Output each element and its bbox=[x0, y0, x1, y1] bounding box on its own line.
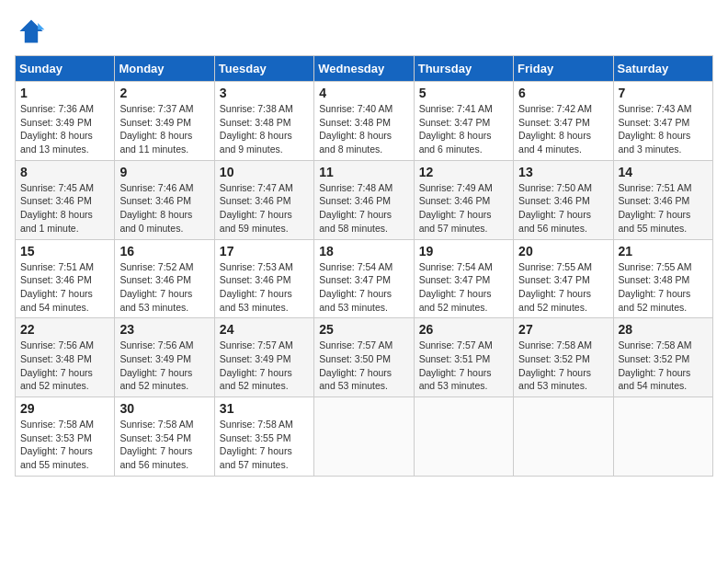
day-detail: Sunrise: 7:58 AMSunset: 3:54 PMDaylight:… bbox=[119, 418, 209, 472]
day-detail: Sunrise: 7:47 AMSunset: 3:46 PMDaylight:… bbox=[220, 181, 309, 236]
calendar-cell: 23Sunrise: 7:56 AMSunset: 3:49 PMDayligh… bbox=[115, 318, 214, 397]
day-detail: Sunrise: 7:58 AMSunset: 3:52 PMDaylight:… bbox=[619, 339, 708, 393]
day-number: 18 bbox=[319, 244, 408, 259]
day-number: 25 bbox=[319, 322, 408, 337]
day-number: 29 bbox=[20, 401, 109, 416]
calendar-week-row: 22Sunrise: 7:56 AMSunset: 3:48 PMDayligh… bbox=[16, 318, 713, 397]
day-detail: Sunrise: 7:58 AMSunset: 3:52 PMDaylight:… bbox=[518, 339, 608, 393]
calendar-cell: 27Sunrise: 7:58 AMSunset: 3:52 PMDayligh… bbox=[514, 318, 613, 397]
day-number: 21 bbox=[619, 244, 708, 259]
calendar-cell: 25Sunrise: 7:57 AMSunset: 3:50 PMDayligh… bbox=[314, 318, 414, 397]
day-number: 17 bbox=[220, 244, 309, 259]
day-detail: Sunrise: 7:54 AMSunset: 3:47 PMDaylight:… bbox=[319, 260, 408, 315]
calendar-cell: 13Sunrise: 7:50 AMSunset: 3:46 PMDayligh… bbox=[514, 160, 613, 239]
day-detail: Sunrise: 7:57 AMSunset: 3:51 PMDaylight:… bbox=[419, 339, 508, 393]
day-detail: Sunrise: 7:41 AMSunset: 3:47 PMDaylight:… bbox=[419, 102, 508, 156]
day-detail: Sunrise: 7:52 AMSunset: 3:46 PMDaylight:… bbox=[119, 260, 209, 315]
day-number: 23 bbox=[119, 322, 209, 337]
day-detail: Sunrise: 7:42 AMSunset: 3:47 PMDaylight:… bbox=[518, 102, 608, 156]
day-number: 27 bbox=[518, 322, 608, 337]
logo bbox=[15, 15, 51, 48]
day-number: 26 bbox=[419, 322, 508, 337]
calendar-cell: 31Sunrise: 7:58 AMSunset: 3:55 PMDayligh… bbox=[214, 397, 313, 477]
day-number: 7 bbox=[619, 86, 708, 100]
day-detail: Sunrise: 7:38 AMSunset: 3:48 PMDaylight:… bbox=[220, 102, 309, 156]
calendar-header-thursday: Thursday bbox=[414, 56, 513, 82]
calendar-cell: 11Sunrise: 7:48 AMSunset: 3:46 PMDayligh… bbox=[314, 160, 414, 239]
calendar-cell: 19Sunrise: 7:54 AMSunset: 3:47 PMDayligh… bbox=[414, 239, 513, 318]
calendar-cell: 12Sunrise: 7:49 AMSunset: 3:46 PMDayligh… bbox=[414, 160, 513, 239]
calendar-week-row: 29Sunrise: 7:58 AMSunset: 3:53 PMDayligh… bbox=[16, 397, 713, 477]
day-number: 11 bbox=[319, 165, 408, 179]
day-number: 12 bbox=[419, 165, 508, 179]
day-detail: Sunrise: 7:50 AMSunset: 3:46 PMDaylight:… bbox=[518, 181, 608, 236]
calendar-cell: 18Sunrise: 7:54 AMSunset: 3:47 PMDayligh… bbox=[314, 239, 414, 318]
calendar-header-tuesday: Tuesday bbox=[214, 56, 313, 82]
day-number: 4 bbox=[319, 86, 408, 100]
calendar-cell: 3Sunrise: 7:38 AMSunset: 3:48 PMDaylight… bbox=[214, 82, 313, 161]
day-detail: Sunrise: 7:51 AMSunset: 3:46 PMDaylight:… bbox=[20, 260, 109, 315]
day-detail: Sunrise: 7:43 AMSunset: 3:47 PMDaylight:… bbox=[619, 102, 708, 156]
calendar-cell bbox=[314, 397, 414, 477]
day-number: 24 bbox=[220, 322, 309, 337]
day-detail: Sunrise: 7:49 AMSunset: 3:46 PMDaylight:… bbox=[419, 181, 508, 236]
day-detail: Sunrise: 7:54 AMSunset: 3:47 PMDaylight:… bbox=[419, 260, 508, 315]
day-number: 31 bbox=[220, 401, 309, 416]
calendar-cell: 30Sunrise: 7:58 AMSunset: 3:54 PMDayligh… bbox=[115, 397, 214, 477]
calendar-cell: 1Sunrise: 7:36 AMSunset: 3:49 PMDaylight… bbox=[16, 82, 115, 161]
day-detail: Sunrise: 7:46 AMSunset: 3:46 PMDaylight:… bbox=[119, 181, 209, 236]
calendar-cell: 4Sunrise: 7:40 AMSunset: 3:48 PMDaylight… bbox=[314, 82, 414, 161]
day-number: 1 bbox=[20, 86, 109, 100]
calendar-cell: 22Sunrise: 7:56 AMSunset: 3:48 PMDayligh… bbox=[16, 318, 115, 397]
calendar-cell: 2Sunrise: 7:37 AMSunset: 3:49 PMDaylight… bbox=[115, 82, 214, 161]
calendar-week-row: 8Sunrise: 7:45 AMSunset: 3:46 PMDaylight… bbox=[16, 160, 713, 239]
logo-icon bbox=[15, 15, 48, 48]
calendar-cell: 9Sunrise: 7:46 AMSunset: 3:46 PMDaylight… bbox=[115, 160, 214, 239]
day-detail: Sunrise: 7:40 AMSunset: 3:48 PMDaylight:… bbox=[319, 102, 408, 156]
day-number: 5 bbox=[419, 86, 508, 100]
day-number: 8 bbox=[20, 165, 109, 179]
calendar-cell: 28Sunrise: 7:58 AMSunset: 3:52 PMDayligh… bbox=[613, 318, 712, 397]
day-number: 16 bbox=[119, 244, 209, 259]
day-detail: Sunrise: 7:58 AMSunset: 3:53 PMDaylight:… bbox=[20, 418, 109, 472]
calendar-cell: 14Sunrise: 7:51 AMSunset: 3:46 PMDayligh… bbox=[613, 160, 712, 239]
day-detail: Sunrise: 7:53 AMSunset: 3:46 PMDaylight:… bbox=[220, 260, 309, 315]
calendar-header-saturday: Saturday bbox=[613, 56, 712, 82]
calendar-cell: 17Sunrise: 7:53 AMSunset: 3:46 PMDayligh… bbox=[214, 239, 313, 318]
day-number: 9 bbox=[119, 165, 209, 179]
calendar-header-monday: Monday bbox=[115, 56, 214, 82]
day-detail: Sunrise: 7:51 AMSunset: 3:46 PMDaylight:… bbox=[619, 181, 708, 236]
calendar-cell: 7Sunrise: 7:43 AMSunset: 3:47 PMDaylight… bbox=[613, 82, 712, 161]
day-number: 22 bbox=[20, 322, 109, 337]
calendar-header-row: SundayMondayTuesdayWednesdayThursdayFrid… bbox=[16, 56, 713, 82]
day-number: 30 bbox=[119, 401, 209, 416]
calendar-cell: 20Sunrise: 7:55 AMSunset: 3:47 PMDayligh… bbox=[514, 239, 613, 318]
calendar-cell: 10Sunrise: 7:47 AMSunset: 3:46 PMDayligh… bbox=[214, 160, 313, 239]
calendar-cell: 29Sunrise: 7:58 AMSunset: 3:53 PMDayligh… bbox=[16, 397, 115, 477]
day-number: 3 bbox=[220, 86, 309, 100]
calendar-cell bbox=[613, 397, 712, 477]
calendar-cell: 6Sunrise: 7:42 AMSunset: 3:47 PMDaylight… bbox=[514, 82, 613, 161]
day-detail: Sunrise: 7:56 AMSunset: 3:48 PMDaylight:… bbox=[20, 339, 109, 393]
calendar-cell: 21Sunrise: 7:55 AMSunset: 3:48 PMDayligh… bbox=[613, 239, 712, 318]
day-detail: Sunrise: 7:37 AMSunset: 3:49 PMDaylight:… bbox=[119, 102, 209, 156]
day-detail: Sunrise: 7:57 AMSunset: 3:49 PMDaylight:… bbox=[220, 339, 309, 393]
page-header bbox=[15, 15, 713, 48]
day-detail: Sunrise: 7:45 AMSunset: 3:46 PMDaylight:… bbox=[20, 181, 109, 236]
calendar-cell: 26Sunrise: 7:57 AMSunset: 3:51 PMDayligh… bbox=[414, 318, 513, 397]
calendar-table: SundayMondayTuesdayWednesdayThursdayFrid… bbox=[15, 55, 713, 477]
day-detail: Sunrise: 7:55 AMSunset: 3:48 PMDaylight:… bbox=[619, 260, 708, 315]
calendar-week-row: 1Sunrise: 7:36 AMSunset: 3:49 PMDaylight… bbox=[16, 82, 713, 161]
calendar-cell: 16Sunrise: 7:52 AMSunset: 3:46 PMDayligh… bbox=[115, 239, 214, 318]
day-detail: Sunrise: 7:55 AMSunset: 3:47 PMDaylight:… bbox=[518, 260, 608, 315]
day-number: 6 bbox=[518, 86, 608, 100]
calendar-cell: 8Sunrise: 7:45 AMSunset: 3:46 PMDaylight… bbox=[16, 160, 115, 239]
calendar-cell bbox=[414, 397, 513, 477]
day-detail: Sunrise: 7:36 AMSunset: 3:49 PMDaylight:… bbox=[20, 102, 109, 156]
calendar-cell: 5Sunrise: 7:41 AMSunset: 3:47 PMDaylight… bbox=[414, 82, 513, 161]
day-number: 28 bbox=[619, 322, 708, 337]
day-number: 2 bbox=[119, 86, 209, 100]
calendar-header-wednesday: Wednesday bbox=[314, 56, 414, 82]
day-number: 20 bbox=[518, 244, 608, 259]
calendar-header-sunday: Sunday bbox=[16, 56, 115, 82]
